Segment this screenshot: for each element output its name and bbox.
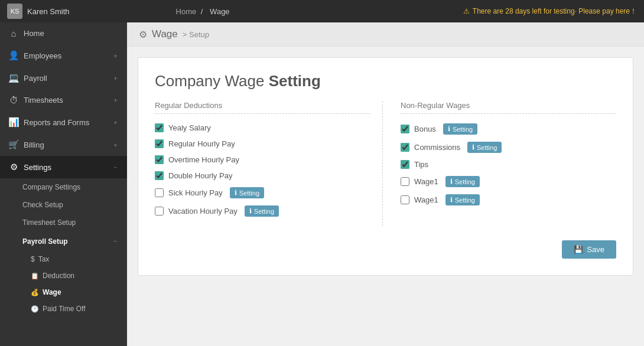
payroll-icon: 💻 bbox=[8, 73, 19, 83]
yearly-salary-checkbox[interactable] bbox=[155, 123, 164, 132]
regular-deductions-col: Regular Deductions Yealy Salary Regular … bbox=[155, 101, 382, 226]
info-icon: ℹ bbox=[235, 189, 237, 197]
sidebar-subitem-label: Company Settings bbox=[22, 183, 80, 191]
chevron-right-icon: ＋ bbox=[112, 74, 119, 83]
sidebar-item-company-settings[interactable]: Company Settings bbox=[0, 178, 127, 196]
info-icon: ℹ bbox=[450, 196, 453, 204]
sidebar-item-timesheet-setup[interactable]: Timesheet Setup bbox=[0, 214, 127, 231]
sidebar-item-reports[interactable]: 📊 Reports and Forms ＋ bbox=[0, 111, 127, 133]
list-item: Double Hourly Pay bbox=[155, 168, 370, 184]
item-label: Commissions bbox=[414, 143, 460, 152]
wage1-b-checkbox[interactable] bbox=[401, 195, 409, 204]
sidebar-item-home[interactable]: ⌂ Home bbox=[0, 22, 127, 44]
tips-checkbox[interactable] bbox=[401, 160, 409, 169]
sick-hourly-pay-setting-button[interactable]: ℹ Setting bbox=[230, 187, 264, 198]
sidebar-item-payroll[interactable]: 💻 Payroll ＋ bbox=[0, 67, 127, 89]
vacation-hourly-pay-checkbox[interactable] bbox=[155, 207, 164, 216]
title-light: Company Wage bbox=[155, 72, 264, 90]
item-label: Double Hourly Pay bbox=[168, 171, 232, 180]
content-area: Company Wage Setting Regular Deductions … bbox=[138, 57, 633, 276]
item-label: Vacation Hourly Pay bbox=[168, 207, 238, 216]
alert-text: There are 28 days left for testing· Plea… bbox=[473, 6, 637, 17]
sidebar-item-settings[interactable]: ⚙ Settings － bbox=[0, 156, 127, 178]
sidebar-item-billing[interactable]: 🛒 Billing ＋ bbox=[0, 133, 127, 156]
alert-icon: ⚠ bbox=[463, 7, 470, 15]
reports-icon: 📊 bbox=[8, 117, 19, 128]
sidebar-item-label: Billing bbox=[24, 141, 44, 149]
sidebar: ⌂ Home 👤 Employees ＋ 💻 Payroll ＋ ⏱ Times… bbox=[0, 22, 127, 346]
sidebar-item-tax[interactable]: $ Tax bbox=[0, 251, 127, 267]
list-item: Yealy Salary bbox=[155, 120, 370, 136]
sidebar-subsubitem-label: Paid Time Off bbox=[43, 305, 85, 313]
chevron-right-icon: ＋ bbox=[112, 96, 119, 105]
sidebar-subitem-label: Payroll Setup bbox=[22, 237, 68, 246]
chevron-right-icon: ＋ bbox=[112, 51, 119, 60]
home-link[interactable]: Home bbox=[176, 7, 197, 16]
setting-btn-label: Setting bbox=[455, 178, 475, 185]
item-label: Wage1 bbox=[414, 195, 438, 204]
item-label: Tips bbox=[414, 160, 428, 169]
vacation-hourly-pay-setting-button[interactable]: ℹ Setting bbox=[245, 205, 279, 217]
list-item: Tips bbox=[401, 156, 616, 172]
sidebar-item-label: Employees bbox=[24, 51, 61, 60]
wage1-a-checkbox[interactable] bbox=[401, 177, 409, 186]
sick-hourly-pay-checkbox[interactable] bbox=[155, 188, 164, 197]
deduction-icon: 📋 bbox=[31, 272, 39, 280]
item-label: Bonus bbox=[414, 125, 436, 133]
breadcrumb-current: Wage bbox=[210, 7, 229, 16]
save-btn-label: Save bbox=[587, 245, 604, 254]
list-item: Bonus ℹ Setting bbox=[401, 120, 616, 138]
setting-btn-label: Setting bbox=[477, 144, 497, 151]
sidebar-item-paid-time-off[interactable]: 🕐 Paid Time Off bbox=[0, 301, 127, 317]
chevron-down-icon: － bbox=[112, 236, 119, 246]
sidebar-item-check-setup[interactable]: Check Setup bbox=[0, 196, 127, 214]
sidebar-item-label: Home bbox=[24, 29, 44, 38]
sidebar-item-label: Reports and Forms bbox=[24, 118, 89, 127]
settings-icon: ⚙ bbox=[8, 162, 19, 172]
page-title: Wage bbox=[152, 28, 178, 40]
commissions-checkbox[interactable] bbox=[401, 143, 409, 152]
title-bold: Setting bbox=[269, 72, 321, 90]
sidebar-item-deduction[interactable]: 📋 Deduction bbox=[0, 267, 127, 284]
save-icon: 💾 bbox=[574, 245, 583, 254]
sidebar-item-employees[interactable]: 👤 Employees ＋ bbox=[0, 44, 127, 67]
sidebar-item-payroll-setup[interactable]: Payroll Setup － bbox=[0, 231, 127, 251]
sidebar-subitem-label: Timesheet Setup bbox=[22, 218, 76, 227]
main-content: ⚙ Wage > Setup Company Wage Setting Regu… bbox=[127, 22, 644, 346]
bonus-setting-button[interactable]: ℹ Setting bbox=[443, 123, 477, 135]
sidebar-item-label: Timesheets bbox=[24, 96, 63, 105]
wage1-a-setting-button[interactable]: ℹ Setting bbox=[445, 176, 480, 187]
info-icon: ℹ bbox=[249, 207, 252, 215]
company-wage-title: Company Wage Setting bbox=[155, 72, 616, 90]
chevron-right-icon: ＋ bbox=[112, 118, 119, 127]
non-regular-wages-col: Non-Regular Wages Bonus ℹ Setting bbox=[382, 101, 616, 226]
non-regular-wages-title: Non-Regular Wages bbox=[401, 101, 616, 114]
sidebar-item-timesheets[interactable]: ⏱ Timesheets ＋ bbox=[0, 89, 127, 111]
sidebar-item-wage[interactable]: 💰 Wage bbox=[0, 284, 127, 301]
non-regular-wages-list: Bonus ℹ Setting Commissions ℹ Settin bbox=[401, 120, 616, 209]
setting-btn-label: Setting bbox=[453, 126, 473, 133]
breadcrumb-nav: Home / Wage bbox=[176, 7, 232, 16]
overtime-hourly-pay-checkbox[interactable] bbox=[155, 155, 164, 164]
gear-icon: ⚙ bbox=[139, 29, 147, 40]
list-item: Regular Hourly Pay bbox=[155, 136, 370, 152]
wage1-b-setting-button[interactable]: ℹ Setting bbox=[445, 194, 480, 205]
employees-icon: 👤 bbox=[8, 50, 19, 61]
avatar: KS bbox=[7, 4, 22, 19]
breadcrumb-sep: / bbox=[201, 7, 203, 16]
chevron-right-icon: ＋ bbox=[112, 141, 119, 149]
list-item: Vacation Hourly Pay ℹ Setting bbox=[155, 202, 370, 220]
save-button[interactable]: 💾 Save bbox=[562, 240, 616, 259]
sidebar-item-label: Settings bbox=[24, 163, 51, 172]
item-label: Overtime Hourly Pay bbox=[168, 155, 239, 164]
regular-deductions-title: Regular Deductions bbox=[155, 101, 370, 114]
regular-hourly-pay-checkbox[interactable] bbox=[155, 139, 164, 148]
wage-icon: 💰 bbox=[31, 289, 39, 296]
page-header: ⚙ Wage > Setup bbox=[127, 22, 644, 47]
bonus-checkbox[interactable] bbox=[401, 125, 409, 133]
commissions-setting-button[interactable]: ℹ Setting bbox=[467, 142, 502, 153]
setting-btn-label: Setting bbox=[239, 190, 259, 197]
double-hourly-pay-checkbox[interactable] bbox=[155, 171, 164, 180]
home-icon: ⌂ bbox=[8, 28, 19, 38]
info-icon: ℹ bbox=[450, 178, 453, 185]
